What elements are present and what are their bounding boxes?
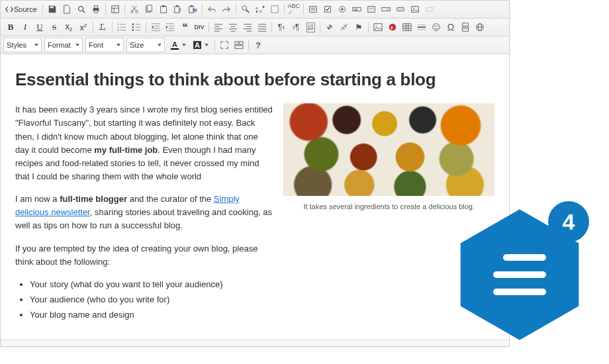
hidden-field-button[interactable] <box>422 2 437 17</box>
remove-format-button[interactable]: Tx <box>95 20 110 34</box>
checkbox-button[interactable] <box>320 2 335 17</box>
print-button[interactable] <box>89 2 103 17</box>
new-page-button[interactable] <box>60 2 74 17</box>
spellcheck-icon: ABC✓ <box>288 3 301 16</box>
hr-button[interactable] <box>414 20 429 34</box>
indent-button[interactable] <box>163 20 177 34</box>
source-button[interactable]: Source <box>3 2 40 17</box>
bold-button[interactable]: B <box>3 20 18 34</box>
paragraph-3: If you are tempted by the idea of creati… <box>15 242 273 269</box>
copy-button[interactable] <box>142 2 156 17</box>
language-button[interactable]: 話 <box>303 20 318 34</box>
image-button[interactable] <box>371 20 385 34</box>
ltr-button[interactable]: ¶‹ <box>274 20 289 34</box>
unlink-icon <box>340 23 349 32</box>
spices-image[interactable] <box>283 103 494 196</box>
spellcheck-button[interactable]: ABC✓ <box>287 2 301 17</box>
unlink-button[interactable] <box>337 20 351 34</box>
replace-button[interactable]: ab <box>253 2 267 17</box>
templates-button[interactable] <box>108 2 122 17</box>
svg-rect-23 <box>310 7 317 13</box>
select-all-button[interactable] <box>267 2 282 17</box>
svg-rect-93 <box>463 28 469 31</box>
outdent-icon <box>151 23 160 32</box>
language-icon: 話 <box>306 23 315 32</box>
align-center-button[interactable] <box>226 20 240 34</box>
save-button[interactable] <box>45 2 60 17</box>
bg-color-button[interactable]: A <box>190 38 205 52</box>
textfield-button[interactable]: ab <box>350 2 364 17</box>
align-left-button[interactable] <box>211 20 226 34</box>
form-button[interactable] <box>306 2 320 17</box>
undo-button[interactable] <box>205 2 219 17</box>
italic-button[interactable]: I <box>18 20 32 34</box>
numbered-list-button[interactable]: 123 <box>115 20 129 34</box>
numbered-list-icon: 123 <box>117 23 126 32</box>
textarea-icon <box>367 5 376 14</box>
flash-button[interactable]: f <box>385 20 400 34</box>
iframe-button[interactable] <box>473 20 487 34</box>
cut-button[interactable] <box>127 2 142 17</box>
format-dropdown[interactable]: Format <box>44 38 83 52</box>
show-blocks-icon <box>234 40 244 50</box>
chevron-down-icon[interactable] <box>182 44 186 46</box>
blockquote-icon: ❝ <box>182 21 188 34</box>
find-icon <box>241 5 250 14</box>
undo-icon <box>207 5 216 14</box>
select-all-icon <box>270 5 279 14</box>
svg-rect-35 <box>397 7 404 11</box>
button-icon <box>396 5 405 14</box>
align-right-button[interactable] <box>240 20 255 34</box>
page-break-button[interactable] <box>458 20 473 34</box>
radio-button[interactable] <box>335 2 350 17</box>
blockquote-button[interactable]: ❝ <box>177 20 192 34</box>
superscript-button[interactable]: x2 <box>76 20 91 34</box>
svg-text:ab: ab <box>353 7 357 11</box>
preview-button[interactable] <box>74 2 89 17</box>
smiley-button[interactable] <box>429 20 444 34</box>
show-blocks-button[interactable] <box>232 38 246 52</box>
redo-button[interactable] <box>219 2 234 17</box>
content-columns: It has been exactly 3 years since I wrot… <box>15 103 494 324</box>
about-button[interactable]: ? <box>251 38 265 52</box>
svg-point-45 <box>132 23 134 25</box>
paste-text-button[interactable]: T <box>171 2 185 17</box>
styles-dropdown[interactable]: Styles <box>3 38 42 52</box>
button-field-button[interactable] <box>393 2 408 17</box>
bold-icon: B <box>8 22 14 32</box>
textarea-button[interactable] <box>364 2 379 17</box>
text-color-button[interactable]: A <box>167 38 182 52</box>
strike-button[interactable]: S <box>47 20 62 34</box>
link-button[interactable] <box>322 20 337 34</box>
anchor-button[interactable]: ⚑ <box>351 20 366 34</box>
size-dropdown[interactable]: Size <box>126 38 165 52</box>
separator <box>236 4 236 15</box>
subscript-button[interactable]: x2 <box>62 20 76 34</box>
svg-rect-98 <box>240 42 243 44</box>
content-editable-area[interactable]: Essential things to think about before s… <box>1 54 509 340</box>
table-button[interactable] <box>400 20 414 34</box>
separator <box>248 40 249 50</box>
image-icon <box>373 23 383 32</box>
bulleted-list-button[interactable] <box>129 20 144 34</box>
select-button[interactable] <box>379 2 393 17</box>
paste-word-button[interactable]: W <box>185 2 200 17</box>
textfield-icon: ab <box>352 5 361 14</box>
image-button-field[interactable] <box>408 2 422 17</box>
outdent-button[interactable] <box>148 20 163 34</box>
find-button[interactable] <box>238 2 253 17</box>
chevron-down-icon[interactable] <box>205 44 209 46</box>
separator <box>146 22 146 32</box>
special-char-button[interactable]: Ω <box>444 20 458 34</box>
ltr-icon: ¶‹ <box>278 23 285 32</box>
chevron-down-icon <box>75 44 79 46</box>
rtl-button[interactable]: ›¶ <box>289 20 303 34</box>
maximize-button[interactable] <box>217 38 232 52</box>
font-dropdown[interactable]: Font <box>85 38 124 52</box>
paste-button[interactable] <box>156 2 171 17</box>
toolbar-row-1: Source T W ab ABC✓ ab <box>1 1 509 19</box>
div-button[interactable]: DIV <box>192 20 207 34</box>
align-right-icon <box>243 23 252 32</box>
underline-button[interactable]: U <box>32 20 47 34</box>
justify-button[interactable] <box>255 20 269 34</box>
